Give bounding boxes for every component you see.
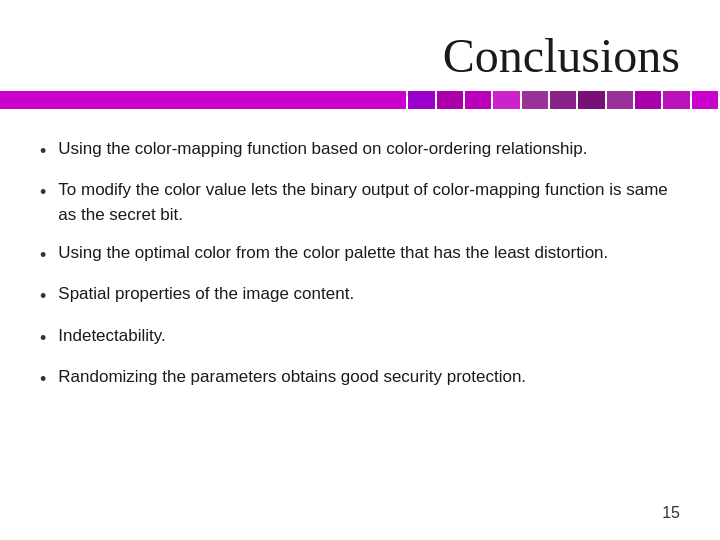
bullet-item-1: •To modify the color value lets the bina… <box>40 178 680 227</box>
bullet-text-0: Using the color-mapping function based o… <box>58 137 587 162</box>
bar-segment-7 <box>578 91 604 109</box>
bullet-list: •Using the color-mapping function based … <box>40 137 680 392</box>
bullet-dot-1: • <box>40 179 46 205</box>
bullet-dot-4: • <box>40 325 46 351</box>
title-area: Conclusions <box>0 0 720 83</box>
bullet-dot-3: • <box>40 283 46 309</box>
bullet-dot-0: • <box>40 138 46 164</box>
bullet-text-5: Randomizing the parameters obtains good … <box>58 365 526 390</box>
bullet-text-2: Using the optimal color from the color p… <box>58 241 608 266</box>
bullet-dot-5: • <box>40 366 46 392</box>
bullet-text-4: Indetectability. <box>58 324 165 349</box>
bar-segment-2 <box>437 91 463 109</box>
bar-segments-section <box>380 91 720 109</box>
bullet-dot-2: • <box>40 242 46 268</box>
bar-segment-11 <box>692 91 718 109</box>
bar-segment-1 <box>408 91 434 109</box>
bullet-item-0: •Using the color-mapping function based … <box>40 137 680 164</box>
bar-segment-9 <box>635 91 661 109</box>
bar-segment-0 <box>380 91 406 109</box>
bullet-item-2: •Using the optimal color from the color … <box>40 241 680 268</box>
bar-segment-4 <box>493 91 519 109</box>
bullet-item-4: •Indetectability. <box>40 324 680 351</box>
bar-segment-5 <box>522 91 548 109</box>
bullet-text-3: Spatial properties of the image content. <box>58 282 354 307</box>
bullet-text-1: To modify the color value lets the binar… <box>58 178 680 227</box>
content-area: •Using the color-mapping function based … <box>0 109 720 392</box>
bar-solid-section <box>0 91 380 109</box>
bullet-item-5: •Randomizing the parameters obtains good… <box>40 365 680 392</box>
bar-segment-8 <box>607 91 633 109</box>
bar-segment-10 <box>663 91 689 109</box>
bar-segment-6 <box>550 91 576 109</box>
slide: Conclusions •Using the color-mapping fun… <box>0 0 720 540</box>
color-bar <box>0 91 720 109</box>
slide-title: Conclusions <box>40 28 680 83</box>
bar-segment-3 <box>465 91 491 109</box>
page-number: 15 <box>662 504 680 522</box>
bullet-item-3: •Spatial properties of the image content… <box>40 282 680 309</box>
